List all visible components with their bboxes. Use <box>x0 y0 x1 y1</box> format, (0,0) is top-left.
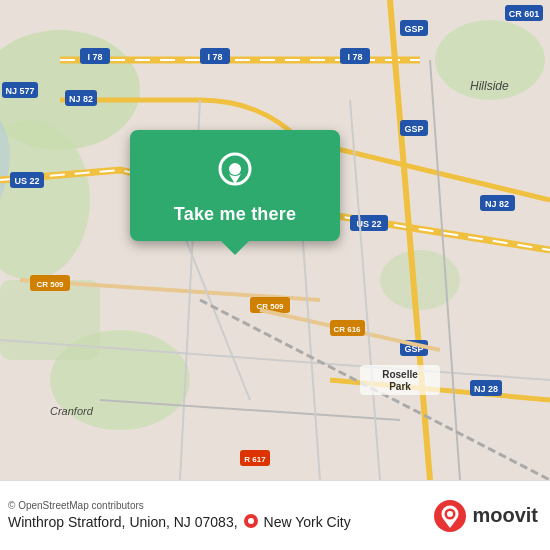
svg-text:Hillside: Hillside <box>470 79 509 93</box>
map-attribution: © OpenStreetMap contributors <box>8 500 351 511</box>
take-me-there-button[interactable]: Take me there <box>130 130 340 241</box>
map-view: I 78 I 78 I 78 NJ 82 NJ 82 US 22 US 22 U… <box>0 0 550 480</box>
svg-text:Cranford: Cranford <box>50 405 94 417</box>
location-label: Winthrop Stratford, Union, NJ 07083, <box>8 514 238 530</box>
svg-text:GSP: GSP <box>404 124 423 134</box>
moovit-logo-icon <box>434 500 466 532</box>
take-me-there-label: Take me there <box>174 204 296 225</box>
svg-text:Park: Park <box>389 381 411 392</box>
inline-pin-icon <box>242 513 260 531</box>
svg-text:NJ 28: NJ 28 <box>474 384 498 394</box>
bottom-left-info: © OpenStreetMap contributors Winthrop St… <box>8 500 351 531</box>
svg-point-51 <box>248 518 254 524</box>
svg-text:NJ 82: NJ 82 <box>69 94 93 104</box>
location-pin-icon <box>212 148 258 194</box>
moovit-text: moovit <box>472 504 538 527</box>
bottom-bar: © OpenStreetMap contributors Winthrop St… <box>0 480 550 550</box>
svg-text:I 78: I 78 <box>347 52 362 62</box>
svg-text:I 78: I 78 <box>87 52 102 62</box>
svg-text:I 78: I 78 <box>207 52 222 62</box>
svg-rect-4 <box>0 280 100 360</box>
moovit-logo: moovit <box>434 500 538 532</box>
city-label: New York City <box>264 514 351 530</box>
svg-text:NJ 82: NJ 82 <box>485 199 509 209</box>
svg-text:CR 616: CR 616 <box>333 325 361 334</box>
svg-text:CR 601: CR 601 <box>509 9 540 19</box>
svg-text:US 22: US 22 <box>14 176 39 186</box>
svg-point-49 <box>229 163 241 175</box>
svg-text:CR 509: CR 509 <box>36 280 64 289</box>
svg-point-54 <box>447 511 453 517</box>
svg-text:R 617: R 617 <box>244 455 266 464</box>
svg-text:NJ 577: NJ 577 <box>5 86 34 96</box>
svg-text:Roselle: Roselle <box>382 369 418 380</box>
svg-text:GSP: GSP <box>404 24 423 34</box>
